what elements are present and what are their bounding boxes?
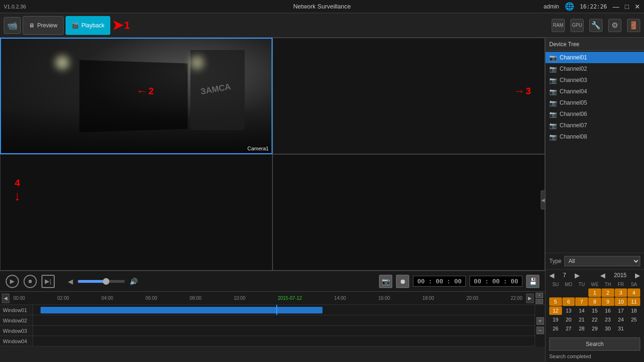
camera-icon-08: 📷 bbox=[549, 133, 557, 140]
current-user: admin bbox=[544, 3, 559, 10]
logout-icon[interactable]: 🚪 bbox=[627, 19, 640, 32]
timeline-expand-btn[interactable]: + bbox=[536, 293, 543, 298]
cal-day-26[interactable]: 26 bbox=[549, 324, 562, 333]
calendar-grid: SU MO TU WE TH FR SA 1 2 3 4 5 6 7 8 bbox=[549, 281, 640, 333]
channel-item-03[interactable]: 📷 Channel03 bbox=[545, 74, 644, 86]
cal-day-10[interactable]: 10 bbox=[615, 297, 627, 306]
cal-day-15[interactable]: 15 bbox=[588, 306, 601, 315]
channel-item-07[interactable]: 📷 Channel07 bbox=[545, 120, 644, 131]
annotation-4: 4 bbox=[15, 178, 20, 189]
cal-day-22[interactable]: 22 bbox=[588, 315, 601, 324]
channel-item-04[interactable]: 📷 Channel04 bbox=[545, 86, 644, 97]
cpu-icon[interactable]: GPU bbox=[570, 19, 584, 32]
cal-day-9[interactable]: 9 bbox=[602, 297, 614, 306]
cal-day-23[interactable]: 23 bbox=[602, 315, 614, 324]
total-time-display: 00 : 00 : 00 bbox=[470, 276, 522, 287]
cal-day-24[interactable]: 24 bbox=[615, 315, 627, 324]
cal-day-28[interactable]: 28 bbox=[575, 324, 588, 333]
tools-icon[interactable]: 🔧 bbox=[589, 19, 603, 32]
video-cell-4[interactable] bbox=[272, 154, 545, 271]
cal-day-21[interactable]: 21 bbox=[575, 315, 588, 324]
channel-item-01[interactable]: 📷 Channel01 bbox=[545, 52, 644, 63]
cal-day-25[interactable]: 25 bbox=[627, 315, 640, 324]
cal-prev-year[interactable]: ◀ bbox=[600, 272, 605, 279]
timeline-prev[interactable]: ◀ bbox=[2, 294, 9, 303]
cal-day-14[interactable]: 14 bbox=[575, 306, 588, 315]
cal-day-16[interactable]: 16 bbox=[602, 306, 614, 315]
toolbar: 📹 🖥 Preview 🎬 Playback ➤ 1 RAM GPU 🔧 ⚙ 🚪 bbox=[0, 13, 644, 38]
cal-day-30[interactable]: 30 bbox=[602, 324, 614, 333]
record-button[interactable]: ⏺ bbox=[396, 275, 409, 288]
window04-track[interactable] bbox=[33, 336, 545, 346]
cal-day-17[interactable]: 17 bbox=[615, 306, 627, 315]
preview-button[interactable]: 🖥 Preview bbox=[23, 16, 64, 35]
search-status: Search completed bbox=[545, 353, 644, 362]
panel-toggle[interactable]: ◀ bbox=[541, 190, 545, 209]
channel-item-05[interactable]: 📷 Channel05 bbox=[545, 97, 644, 108]
channel-item-06[interactable]: 📷 Channel06 bbox=[545, 108, 644, 120]
cal-day-13[interactable]: 13 bbox=[562, 306, 575, 315]
timeline-next[interactable]: ▶ bbox=[526, 294, 534, 303]
video-area: ЗАМСА ← 2 Camera1 → 3 bbox=[0, 38, 545, 362]
video-grid: ЗАМСА ← 2 Camera1 → 3 bbox=[0, 38, 545, 271]
cal-day-20[interactable]: 20 bbox=[562, 315, 575, 324]
type-select[interactable]: All Motion Alarm Manual bbox=[564, 256, 640, 266]
cal-month-display: 7 bbox=[563, 272, 566, 279]
window02-track[interactable] bbox=[33, 315, 545, 325]
cal-next-month[interactable]: ▶ bbox=[575, 272, 580, 279]
save-button[interactable]: 💾 bbox=[526, 275, 539, 288]
playback-button[interactable]: 🎬 Playback bbox=[66, 16, 111, 35]
cal-next-year[interactable]: ▶ bbox=[635, 272, 640, 279]
timeline-collapse-btn[interactable]: − bbox=[536, 299, 543, 304]
cal-day-6[interactable]: 6 bbox=[562, 297, 575, 306]
cal-prev-month[interactable]: ◀ bbox=[549, 272, 554, 279]
window02-label: Window02 bbox=[0, 315, 33, 325]
right-panel: ◀ Device Tree 📷 Channel01 📷 Channel02 📷 … bbox=[545, 38, 644, 362]
cal-day-11[interactable]: 11 bbox=[627, 297, 640, 306]
volume-slider[interactable] bbox=[78, 280, 125, 283]
window04-label: Window04 bbox=[0, 336, 33, 346]
close-button[interactable]: ✕ bbox=[635, 3, 640, 10]
video-cell-3[interactable]: 4 ↓ bbox=[0, 154, 272, 271]
window01-track[interactable] bbox=[33, 305, 545, 315]
channel-item-02[interactable]: 📷 Channel02 bbox=[545, 63, 644, 74]
timeline-remove-row[interactable]: − bbox=[537, 327, 544, 334]
cal-day-4[interactable]: 4 bbox=[627, 288, 640, 297]
volume-icon[interactable]: 🔊 bbox=[130, 278, 138, 285]
camera-label: Camera1 bbox=[248, 146, 269, 151]
minimize-button[interactable]: — bbox=[613, 3, 619, 10]
video-cell-1[interactable]: ЗАМСА ← 2 Camera1 bbox=[0, 38, 272, 154]
cal-day-5[interactable]: 5 bbox=[549, 297, 562, 306]
cal-day-7[interactable]: 7 bbox=[575, 297, 588, 306]
cal-day-19[interactable]: 19 bbox=[549, 315, 562, 324]
search-button[interactable]: Search bbox=[549, 337, 640, 351]
titlebar-right: admin 🌐 16:22:26 — □ ✕ bbox=[544, 2, 640, 11]
current-time: 16:22:26 bbox=[580, 3, 607, 10]
settings-icon[interactable]: ⚙ bbox=[608, 19, 621, 32]
volume-prev-icon[interactable]: ◀ bbox=[68, 278, 73, 285]
ram-icon[interactable]: RAM bbox=[552, 19, 565, 32]
cal-day-29[interactable]: 29 bbox=[588, 324, 601, 333]
cal-day-18[interactable]: 18 bbox=[627, 306, 640, 315]
timeline-area: ◀ 00:00 02:00 04:00 06:00 08:00 10:00 20… bbox=[0, 291, 545, 362]
channel-item-08[interactable]: 📷 Channel08 bbox=[545, 131, 644, 142]
window03-track[interactable] bbox=[33, 326, 545, 336]
maximize-button[interactable]: □ bbox=[625, 3, 629, 10]
main-content: ЗАМСА ← 2 Camera1 → 3 bbox=[0, 38, 644, 362]
playback-cursor bbox=[276, 305, 277, 315]
step-button[interactable]: ▶| bbox=[41, 275, 55, 288]
cal-day-27[interactable]: 27 bbox=[562, 324, 575, 333]
cal-day-1[interactable]: 1 bbox=[588, 288, 601, 297]
cal-day-12[interactable]: 12 bbox=[549, 306, 562, 315]
cal-day-3[interactable]: 3 bbox=[615, 288, 627, 297]
camera-icon-04: 📷 bbox=[549, 88, 557, 95]
play-button[interactable]: ▶ bbox=[6, 275, 19, 288]
cal-day-8[interactable]: 8 bbox=[588, 297, 601, 306]
video-cell-2[interactable]: → 3 bbox=[272, 38, 545, 154]
cal-day-31[interactable]: 31 bbox=[615, 324, 627, 333]
snapshot-button[interactable]: 📷 bbox=[379, 275, 392, 288]
cal-day-2[interactable]: 2 bbox=[602, 288, 614, 297]
stop-button[interactable]: ■ bbox=[24, 275, 37, 288]
timecodes: 📷 ⏺ 00 : 00 : 00 00 : 00 : 00 💾 bbox=[379, 275, 539, 288]
timeline-add-row[interactable]: + bbox=[537, 317, 544, 325]
